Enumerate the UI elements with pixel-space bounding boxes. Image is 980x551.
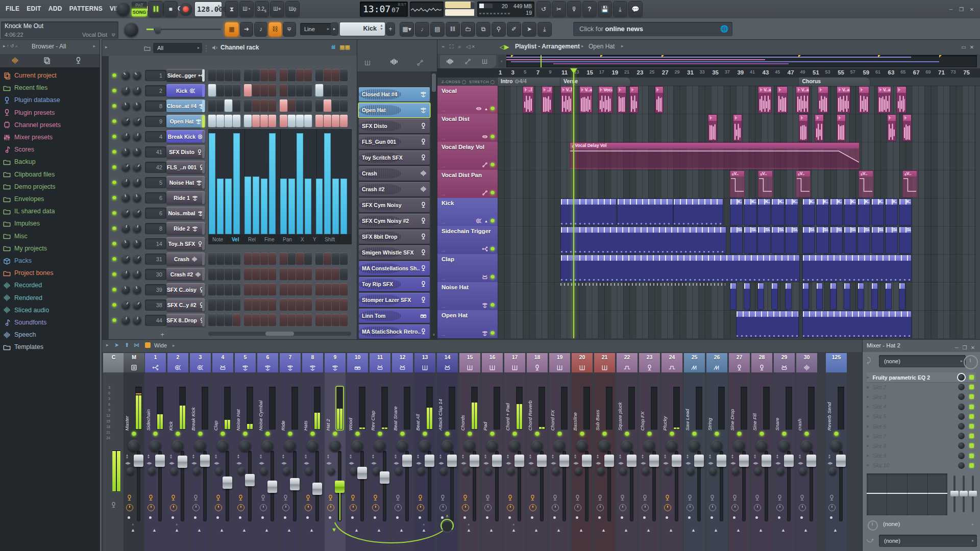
- rack-graph-toggle-icon[interactable]: ılıl: [331, 44, 335, 50]
- picker-item-sfx-cym-noisy-2[interactable]: SFX Cym Noisy #2: [359, 214, 430, 228]
- audio-clip[interactable]: ⊦ V..al: [796, 86, 810, 113]
- channel-color-indicator[interactable]: [202, 146, 205, 158]
- maximize-button[interactable]: ❐: [958, 7, 966, 12]
- step-cell[interactable]: [332, 84, 339, 96]
- stereo-sep-icon[interactable]: ▲ ▼: [798, 454, 801, 459]
- step-cell[interactable]: [288, 253, 296, 265]
- browser-item-rendered[interactable]: Rendered: [3, 292, 97, 304]
- automation-clip-small[interactable]: ₒV..: [859, 170, 873, 197]
- record-arm-dot[interactable]: [261, 516, 264, 519]
- channel-vol-knob[interactable]: [133, 239, 141, 248]
- fader-handle[interactable]: [492, 455, 502, 467]
- pattern-clip[interactable]: K..: [885, 198, 898, 226]
- pattern-clip[interactable]: Si..: [730, 227, 743, 254]
- channel-number[interactable]: 39: [145, 284, 166, 295]
- strip-mute-led[interactable]: [468, 432, 472, 436]
- channel-button-crash-2[interactable]: Crash #2: [166, 268, 205, 281]
- mixer-strip-beat-snare[interactable]: 12Beat Snare▲ ▼◀▶▲: [392, 353, 413, 551]
- slot-mix-knob[interactable]: [958, 453, 965, 459]
- picker-item-closed-hat-4[interactable]: Closed Hat #4: [359, 87, 430, 102]
- track-lane-kick[interactable]: K..K..K..K..K..K..K..K..K..K..K..K..K..: [498, 198, 976, 227]
- mixer-strip-beat-all[interactable]: 13Beat All▲ ▼◀▶▲∧: [414, 353, 435, 551]
- mixer-strip-chop-fx[interactable]: 23Chop FX▲ ▼◀▶▲: [639, 353, 660, 551]
- timeline-bar-71[interactable]: 71: [938, 69, 945, 76]
- step-cell[interactable]: [208, 268, 216, 280]
- pan-lr-icon[interactable]: ◀▶: [169, 461, 175, 465]
- velocity-bar[interactable]: [233, 133, 240, 234]
- track-header-vocal-dist-pan[interactable]: Vocal Dist Pan...: [437, 170, 498, 198]
- step-cell[interactable]: [288, 99, 296, 112]
- route-arrow-icon[interactable]: ▲: [444, 528, 449, 533]
- step-cell[interactable]: [216, 283, 224, 295]
- step-cell[interactable]: [252, 69, 260, 81]
- record-arm-dot[interactable]: [531, 516, 533, 519]
- audio-clip[interactable]: ⊦ V..al: [837, 86, 850, 113]
- playlist-maximize-button[interactable]: ▭: [960, 44, 968, 50]
- browser-title[interactable]: Browser - All: [32, 43, 66, 50]
- playlist-close-button[interactable]: ✕: [968, 44, 976, 50]
- strip-fader[interactable]: [675, 451, 678, 521]
- strip-mute-led[interactable]: [378, 432, 382, 436]
- step-cell[interactable]: [332, 268, 339, 280]
- step-cell[interactable]: [280, 268, 287, 280]
- rack-hscrollbar-handle[interactable]: [265, 332, 294, 336]
- step-cell[interactable]: [244, 298, 252, 311]
- strip-fader[interactable]: [226, 451, 229, 521]
- playlist-timeline[interactable]: 1357911131517192123252729313335373941434…: [437, 68, 980, 78]
- picker-item-toy-rip-sfx[interactable]: Toy Rip SFX: [359, 277, 430, 291]
- pattern-clip[interactable]: Si..: [830, 227, 843, 254]
- route-arrow-icon[interactable]: ▲: [242, 528, 247, 533]
- browser-item-envelopes[interactable]: Envelopes: [3, 193, 97, 205]
- mixer-strip-master[interactable]: MMaster▲ ▼◀▶▲∧: [124, 353, 144, 551]
- fader-handle[interactable]: [694, 455, 704, 467]
- audio-clip[interactable]: ⊦: [859, 86, 869, 113]
- graph-tab-shift[interactable]: Shift: [320, 236, 341, 243]
- strip-sep-knob[interactable]: [373, 467, 380, 475]
- channel-vol-knob[interactable]: [133, 209, 141, 217]
- menu-file[interactable]: FILE: [2, 0, 23, 17]
- picker-item-crash[interactable]: Crash: [359, 166, 430, 181]
- time-display[interactable]: 13:07 07 B:S:T: [360, 2, 408, 17]
- channel-button-ride-1[interactable]: Ride 1: [166, 191, 205, 204]
- pattern-clip[interactable]: [816, 283, 823, 310]
- main-pitch-knob[interactable]: [124, 22, 138, 37]
- step-cell[interactable]: [225, 268, 232, 280]
- audio-clip[interactable]: ⊦ V..l: [560, 86, 573, 113]
- mixer-strip-rev-clap[interactable]: 11Rev Clap▲ ▼◀▶▲: [370, 353, 390, 551]
- clock-icon[interactable]: [484, 504, 492, 511]
- strip-fader[interactable]: [405, 451, 409, 521]
- pattern-clip[interactable]: Si..: [816, 227, 829, 254]
- timeline-bar-31[interactable]: 31: [687, 69, 694, 76]
- channel-color-indicator[interactable]: [202, 85, 205, 97]
- mixer-strip-noise-cymbal[interactable]: 6Noise Cymbal▲ ▼◀▶▲: [257, 353, 278, 551]
- mixer-strip-sub-bass[interactable]: 21Sub Bass▲ ▼◀▶▲: [594, 353, 615, 551]
- record-arm-dot[interactable]: [778, 516, 780, 519]
- pattern-clip[interactable]: [757, 283, 764, 310]
- record-arm-dot[interactable]: [553, 516, 556, 519]
- fader-handle[interactable]: [784, 455, 794, 467]
- slot-enable-led[interactable]: [969, 443, 974, 448]
- velocity-bar[interactable]: [316, 179, 323, 234]
- audio-clip[interactable]: ⊦: [708, 114, 717, 141]
- track-mute-led[interactable]: [491, 191, 495, 195]
- time-mode-label[interactable]: B:S:T: [398, 3, 406, 6]
- slot-enable-led[interactable]: [969, 463, 974, 468]
- pattern-clip[interactable]: [785, 283, 792, 310]
- step-cell[interactable]: [304, 69, 312, 81]
- strip-pan-knob[interactable]: [172, 440, 184, 452]
- channel-vol-knob[interactable]: [133, 163, 141, 171]
- mixer-view-chevron[interactable]: ▸: [173, 343, 175, 348]
- stereo-sep-icon[interactable]: ▲ ▼: [731, 454, 734, 459]
- step-cell[interactable]: [260, 283, 268, 295]
- fx-close-button[interactable]: ✕: [969, 345, 977, 350]
- strip-fader[interactable]: [607, 451, 611, 521]
- stereo-sep-icon[interactable]: ▲ ▼: [686, 454, 689, 459]
- record-arm-dot[interactable]: [688, 516, 691, 519]
- record-arm-dot[interactable]: [172, 516, 174, 519]
- channel-color-indicator[interactable]: [202, 268, 205, 281]
- fx-slot-icon[interactable]: [828, 494, 835, 503]
- channel-button-sfx-c-oisy[interactable]: SFX C..oisy: [166, 283, 205, 296]
- channel-enable-led[interactable]: [112, 227, 116, 231]
- audio-clip[interactable]: ⊦: [887, 114, 896, 141]
- timeline-bar-59[interactable]: 59: [863, 69, 869, 76]
